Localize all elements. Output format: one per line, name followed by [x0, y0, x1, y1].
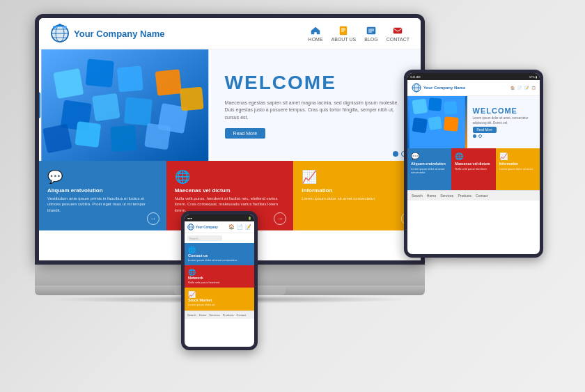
- tablet-footer: Search Home Services Products Contact: [407, 190, 540, 201]
- read-more-button[interactable]: Read More: [225, 128, 266, 139]
- phone-card-red: 🌐 Network Nulla velit purus hendrerit.: [185, 265, 254, 288]
- phone-search[interactable]: Search...: [187, 235, 222, 241]
- phone-footer-link5[interactable]: Contact: [237, 313, 247, 317]
- phone-search-placeholder: Search...: [189, 237, 201, 240]
- svg-rect-42: [412, 118, 428, 134]
- svg-rect-43: [428, 116, 442, 130]
- tablet-nav-item4[interactable]: 📋: [531, 86, 536, 90]
- welcome-title: WELCOME: [225, 72, 407, 94]
- phone-card-blue-title: Contact us: [188, 253, 251, 258]
- tablet-card-red: 🌐 Maecenas vel dictum Nulla velit purus …: [451, 148, 495, 190]
- hero-content: WELCOME Maecenas egestas sapien sit amet…: [211, 49, 421, 161]
- contact-icon: [392, 26, 403, 36]
- phone-card-blue: 🌐 Contact us Lorem ipsum dolor sit amet …: [185, 243, 254, 265]
- tablet-card-yellow-text: Lorem ipsum dolor sit amet.: [499, 167, 536, 171]
- hero-section: Feedback: [39, 49, 421, 161]
- phone-nav-icon3[interactable]: 📝: [245, 224, 251, 230]
- tablet-cta-button[interactable]: Read More: [473, 127, 497, 133]
- phone-status-bar: ●●● 🔋: [185, 214, 254, 221]
- tablet-status-bar: 9:41 AM 57% ▮: [407, 73, 540, 80]
- svg-rect-26: [124, 97, 153, 125]
- tablet-cards: 💬 Aliquam eratvolution Lorem ipsum dolor…: [407, 148, 540, 190]
- card-blue-arrow[interactable]: →: [147, 212, 159, 225]
- logo-globe-icon: [50, 24, 70, 43]
- nav-blog[interactable]: BLOG: [364, 26, 377, 42]
- tablet-card-red-text: Nulla velit purus hendrerit.: [455, 167, 492, 171]
- tablet-dots: [473, 134, 535, 138]
- svg-rect-22: [86, 58, 114, 87]
- card-blue: 💬 Aliquam eratvolution Vestibulum ante i…: [39, 161, 166, 230]
- tablet-status-left: 9:41 AM: [410, 75, 421, 79]
- nav-about[interactable]: ABOUT US: [332, 26, 357, 42]
- card-blue-icon: 💬: [47, 169, 158, 185]
- card-yellow-title: Information: [302, 187, 412, 194]
- tablet-nav-item[interactable]: 🏠: [510, 86, 515, 90]
- phone-footer-link2[interactable]: Home: [199, 313, 207, 317]
- svg-rect-19: [393, 28, 402, 33]
- phone-card-yellow-icon: 📈: [188, 291, 251, 298]
- tablet-screen: 9:41 AM 57% ▮ Your Company Name 🏠 📄 📝 📋: [407, 73, 540, 254]
- phone-footer-link3[interactable]: Services: [209, 313, 219, 317]
- tablet-footer-link4[interactable]: Products: [458, 194, 471, 198]
- svg-rect-23: [117, 65, 143, 92]
- tablet-dot-inactive: [478, 134, 482, 138]
- phone-company: Your Company: [196, 226, 218, 229]
- phone-header: Your Company 🏠 📄 📝: [185, 221, 254, 233]
- tablet-footer-link5[interactable]: Contact: [476, 194, 488, 198]
- tablet-nav-item3[interactable]: 📝: [524, 86, 529, 90]
- card-yellow-icon: 📈: [302, 169, 412, 185]
- nav-home[interactable]: HOME: [309, 26, 323, 42]
- tablet-status-right: 57% ▮: [529, 75, 537, 79]
- tablet-footer-links: Search Home Services Products Contact: [412, 194, 536, 198]
- tablet-welcome-text: Lorem ipsum dolor sit amet, consectetur …: [473, 116, 535, 125]
- tablet-footer-link3[interactable]: Services: [440, 194, 453, 198]
- tablet-header: Your Company Name 🏠 📄 📝 📋: [407, 80, 540, 96]
- tablet-card-yellow-icon: 📈: [499, 152, 536, 160]
- phone-footer-link1[interactable]: Search: [187, 313, 196, 317]
- phone-footer-link4[interactable]: Products: [223, 313, 234, 317]
- tablet-logo: Your Company Name: [412, 83, 465, 93]
- tablet-nav: 🏠 📄 📝 📋: [510, 86, 536, 90]
- phone-card-yellow-text: Lorem ipsum dolor sit.: [188, 303, 251, 306]
- svg-marker-10: [311, 27, 320, 34]
- tablet-hero: WELCOME Lorem ipsum dolor sit amet, cons…: [407, 96, 540, 148]
- phone-nav-icon1[interactable]: 🏠: [228, 224, 235, 230]
- phone-card-red-title: Network: [188, 276, 251, 280]
- card-blue-title: Aliquam eratvolution: [47, 187, 158, 194]
- svg-rect-44: [444, 116, 459, 132]
- svg-rect-39: [412, 99, 428, 115]
- svg-rect-11: [340, 26, 347, 35]
- nav-contact[interactable]: CONTACT: [387, 26, 410, 42]
- phone-card-yellow-title: Stock Market: [188, 298, 251, 302]
- svg-point-7: [53, 26, 56, 29]
- card-red-title: Maecenas vel dictum: [175, 187, 286, 194]
- tablet-nav-item2[interactable]: 📄: [517, 86, 522, 90]
- tablet: 9:41 AM 57% ▮ Your Company Name 🏠 📄 📝 📋: [404, 70, 543, 258]
- phone-battery: 🔋: [248, 217, 251, 220]
- home-icon: [310, 26, 321, 36]
- tablet-card-blue: 💬 Aliquam eratvolution Lorem ipsum dolor…: [407, 148, 451, 190]
- site-logo: Your Company Name: [50, 24, 165, 43]
- tablet-hero-image: [407, 96, 467, 148]
- tablet-card-red-title: Maecenas vel dictum: [455, 162, 492, 166]
- scene: Your Company Name HOME: [0, 0, 585, 392]
- phone: ●●● 🔋 Your Company 🏠 📄 📝 Search...: [181, 211, 258, 350]
- company-name: Your Company Name: [74, 29, 165, 39]
- svg-rect-21: [53, 68, 84, 99]
- svg-rect-29: [42, 124, 72, 154]
- tablet-footer-link[interactable]: Search: [412, 194, 423, 198]
- tablet-card-blue-icon: 💬: [411, 152, 448, 160]
- hero-image: [39, 49, 211, 161]
- phone-nav-icon2[interactable]: 📄: [237, 224, 243, 230]
- tablet-dot-active: [473, 134, 476, 138]
- tablet-footer-link2[interactable]: Home: [427, 194, 436, 198]
- phone-logo: Your Company: [187, 224, 218, 230]
- card-blue-text: Vestibulum ante ipsum primis in faucibus…: [47, 196, 158, 213]
- phone-screen: ●●● 🔋 Your Company 🏠 📄 📝 Search...: [185, 214, 254, 347]
- svg-rect-32: [144, 123, 171, 150]
- tablet-hero-content: WELCOME Lorem ipsum dolor sit amet, cons…: [467, 96, 540, 148]
- phone-card-blue-text: Lorem ipsum dolor sit amet consectetur.: [188, 258, 251, 262]
- phone-header-icons: 🏠 📄 📝: [228, 224, 251, 230]
- card-red-arrow[interactable]: →: [274, 212, 286, 225]
- svg-rect-33: [180, 87, 204, 111]
